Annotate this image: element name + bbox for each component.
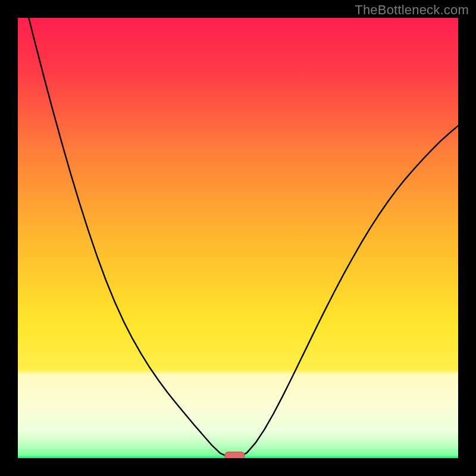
gradient-background [18, 18, 458, 458]
minimum-marker [225, 452, 245, 458]
minimum-marker-pill [225, 452, 245, 458]
watermark-label: TheBottleneck.com [355, 2, 469, 18]
plot-area [18, 18, 458, 458]
chart-frame: TheBottleneck.com [0, 0, 476, 476]
chart-svg [18, 18, 458, 458]
